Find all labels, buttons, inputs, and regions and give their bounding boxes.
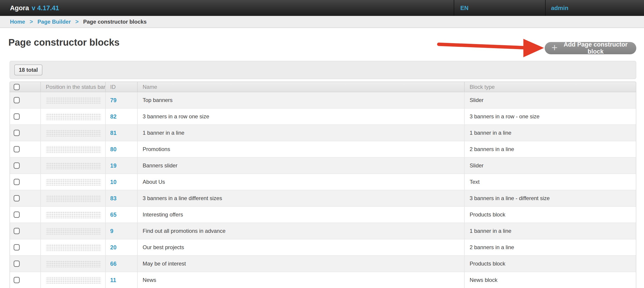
header-block-type: Block type — [464, 82, 636, 92]
brand-name: Agora — [10, 4, 29, 12]
language-label: EN — [460, 5, 468, 12]
brand: Agora v 4.17.41 — [0, 0, 454, 16]
position-placeholder — [46, 179, 101, 186]
row-name: News — [137, 272, 464, 288]
table-header-row: Position in the status bar ID Name Block… — [10, 82, 636, 92]
row-id-link[interactable]: 9 — [110, 228, 114, 234]
row-name: Our best projects — [137, 239, 464, 255]
row-checkbox[interactable] — [14, 228, 20, 234]
row-name: About Us — [137, 174, 464, 190]
row-checkbox[interactable] — [14, 146, 20, 153]
row-id-link[interactable]: 81 — [110, 130, 116, 136]
position-placeholder — [46, 277, 101, 284]
row-name: Banners slider — [137, 158, 464, 174]
table-row: 20 Our best projects 2 banners in a line — [10, 239, 636, 256]
row-checkbox[interactable] — [14, 260, 20, 267]
row-name: Promotions — [137, 141, 464, 157]
position-placeholder — [46, 244, 101, 251]
row-name: 3 banners in a line different sizes — [137, 190, 464, 206]
row-block-type: Slider — [464, 158, 636, 174]
table-row: 83 3 banners in a line different sizes 3… — [10, 190, 636, 207]
row-name: 1 banner in a line — [137, 125, 464, 141]
plus-icon: + — [552, 42, 558, 53]
position-placeholder — [46, 260, 101, 267]
table-row: 65 Interesting offers Products block — [10, 207, 636, 223]
table-row: 79 Top banners Slider — [10, 92, 636, 109]
breadcrumb-current: Page constructor blocks — [83, 19, 147, 25]
add-page-constructor-block-button[interactable]: + Add Page constructor block — [545, 42, 636, 54]
position-placeholder — [46, 129, 101, 136]
row-block-type: 3 banners in a line - different size — [464, 190, 636, 206]
table-row: 19 Banners slider Slider — [10, 158, 636, 174]
page: Agora v 4.17.41 EN admin Home > Page Bui… — [0, 0, 644, 288]
table-row: 81 1 banner in a line 1 banner in a line — [10, 125, 636, 141]
row-checkbox[interactable] — [14, 162, 20, 169]
row-id-link[interactable]: 82 — [110, 113, 116, 120]
position-placeholder — [46, 211, 101, 218]
row-block-type: 2 banners in a line — [464, 141, 636, 157]
row-id-link[interactable]: 66 — [110, 260, 116, 267]
row-checkbox[interactable] — [14, 277, 20, 283]
breadcrumb-home[interactable]: Home — [10, 19, 25, 25]
row-block-type: 1 banner in a line — [464, 125, 636, 141]
row-id-link[interactable]: 11 — [110, 277, 116, 283]
row-id-link[interactable]: 80 — [110, 146, 116, 153]
row-checkbox[interactable] — [14, 244, 20, 250]
header-id: ID — [105, 82, 137, 92]
breadcrumb-separator-icon: > — [30, 18, 33, 25]
row-block-type: 1 banner in a line — [464, 223, 636, 239]
position-placeholder — [46, 228, 101, 235]
row-name: 3 banners in a row one size — [137, 109, 464, 124]
breadcrumb: Home > Page Builder > Page constructor b… — [0, 16, 644, 28]
app-version: v 4.17.41 — [32, 4, 59, 12]
row-name: Interesting offers — [137, 207, 464, 223]
row-checkbox[interactable] — [14, 113, 20, 120]
position-placeholder — [46, 97, 101, 104]
row-block-type: 3 banners in a row - one size — [464, 109, 636, 124]
row-block-type: Text — [464, 174, 636, 190]
row-block-type: Products block — [464, 256, 636, 272]
filter-panel: 18 total — [10, 61, 636, 79]
row-id-link[interactable]: 10 — [110, 179, 116, 185]
row-name: May be of interest — [137, 256, 464, 272]
position-placeholder — [46, 146, 101, 153]
row-checkbox[interactable] — [14, 195, 20, 201]
table-body: 79 Top banners Slider 82 3 banners in a … — [10, 92, 636, 288]
table-row: 82 3 banners in a row one size 3 banners… — [10, 109, 636, 125]
header-name: Name — [137, 82, 464, 92]
total-count-badge[interactable]: 18 total — [14, 65, 42, 75]
row-id-link[interactable]: 20 — [110, 244, 116, 251]
row-id-link[interactable]: 19 — [110, 162, 116, 169]
row-block-type: Products block — [464, 207, 636, 223]
table-row: 10 About Us Text — [10, 174, 636, 190]
header-position: Position in the status bar — [40, 82, 105, 92]
row-id-link[interactable]: 79 — [110, 97, 116, 104]
row-id-link[interactable]: 83 — [110, 195, 116, 202]
row-name: Find out all promotions in advance — [137, 223, 464, 239]
table-row: 80 Promotions 2 banners in a line — [10, 141, 636, 158]
top-bar: Agora v 4.17.41 EN admin — [0, 0, 644, 16]
user-menu[interactable]: admin — [545, 0, 644, 16]
user-label: admin — [551, 5, 568, 12]
language-menu[interactable]: EN — [454, 0, 545, 16]
row-checkbox[interactable] — [14, 130, 20, 136]
add-button-label: Add Page constructor block — [562, 41, 630, 55]
blocks-table: Position in the status bar ID Name Block… — [10, 82, 636, 288]
position-placeholder — [46, 195, 101, 202]
table-row: 9 Find out all promotions in advance 1 b… — [10, 223, 636, 239]
breadcrumb-separator-icon: > — [75, 18, 79, 25]
select-all-checkbox[interactable] — [14, 84, 20, 90]
row-block-type: News block — [464, 272, 636, 288]
row-checkbox[interactable] — [14, 97, 20, 103]
row-name: Top banners — [137, 92, 464, 108]
position-placeholder — [46, 162, 101, 169]
breadcrumb-page-builder[interactable]: Page Builder — [38, 19, 71, 25]
row-id-link[interactable]: 65 — [110, 211, 116, 218]
row-block-type: 2 banners in a line — [464, 239, 636, 255]
row-checkbox[interactable] — [14, 211, 20, 218]
row-block-type: Slider — [464, 92, 636, 108]
table-row: 11 News News block — [10, 272, 636, 288]
table-row: 66 May be of interest Products block — [10, 256, 636, 272]
row-checkbox[interactable] — [14, 179, 20, 185]
red-arrow-annotation — [436, 35, 545, 60]
